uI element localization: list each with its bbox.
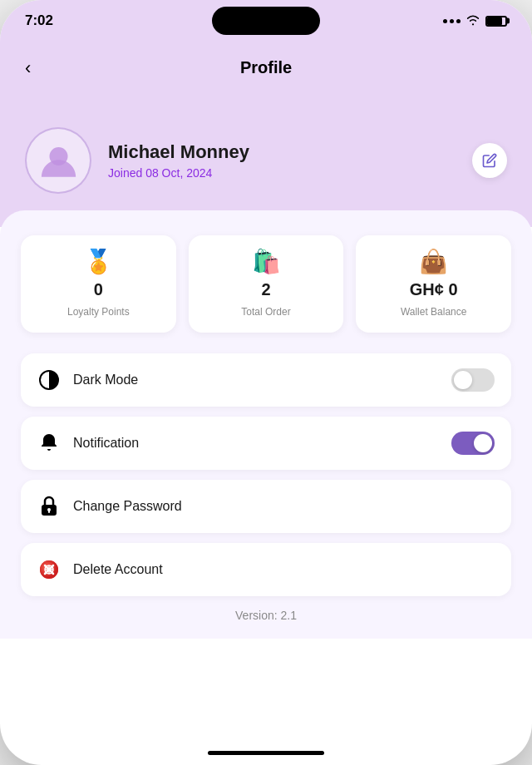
avatar [25,127,91,194]
version-text: Version: 2.1 [21,609,511,622]
dark-mode-toggle[interactable] [451,368,495,392]
avatar-icon [36,138,81,184]
stats-row: 🏅 0 Loyalty Points 🛍️ 2 Total Order 👜 GH… [21,235,511,333]
dark-mode-item[interactable]: Dark Mode [21,353,511,407]
wallet-value: GH¢ 0 [410,280,458,299]
back-button[interactable]: ‹ [25,57,31,79]
profile-joined-date: Joined 08 Oct, 2024 [108,166,456,180]
header-nav: ‹ Profile [25,50,507,86]
dot-3 [456,19,461,23]
page-title: Profile [240,58,292,77]
loyalty-value: 0 [94,280,103,299]
orders-icon: 🛍️ [252,250,281,274]
main-content: 🏅 0 Loyalty Points 🛍️ 2 Total Order 👜 GH… [0,210,532,639]
orders-label: Total Order [241,306,290,318]
wifi-icon [466,14,480,28]
orders-value: 2 [261,280,270,299]
stat-card-wallet: 👜 GH¢ 0 Wallet Balance [356,235,511,333]
stat-card-orders: 🛍️ 2 Total Order [189,235,344,333]
delete-account-item[interactable]: Delete Account [21,543,511,596]
profile-info: Michael Monney Joined 08 Oct, 2024 [108,141,456,180]
status-bar: 7:02 [0,0,532,42]
phone-frame: 7:02 ‹ Profile [0,0,532,765]
svg-rect-4 [48,511,50,513]
wallet-label: Wallet Balance [401,306,467,318]
edit-profile-button[interactable] [472,143,507,178]
profile-section: Michael Monney Joined 08 Oct, 2024 [0,111,532,227]
signal-dots [443,19,461,23]
loyalty-label: Loyalty Points [67,306,130,318]
change-password-label: Change Password [73,499,495,514]
change-password-item[interactable]: Change Password [21,480,511,533]
battery-icon [485,16,507,27]
notification-toggle[interactable] [451,432,495,455]
dot-1 [443,19,447,23]
notification-toggle-knob [474,434,492,452]
notification-icon [37,432,61,455]
dark-mode-label: Dark Mode [73,373,439,387]
loyalty-icon: 🏅 [84,250,113,274]
status-time: 7:02 [25,12,53,29]
delete-icon [37,558,61,581]
header: ‹ Profile [0,42,532,111]
stat-card-loyalty: 🏅 0 Loyalty Points [21,235,176,333]
dot-2 [450,19,454,23]
notification-label: Notification [73,436,439,451]
notch [212,7,320,35]
wallet-icon: 👜 [419,250,448,274]
profile-name: Michael Monney [108,141,456,163]
dark-mode-icon [37,368,61,392]
lock-icon [37,495,61,518]
notification-item[interactable]: Notification [21,417,511,470]
status-icons [443,14,507,28]
delete-account-label: Delete Account [73,562,495,577]
home-bar [208,751,324,755]
dark-mode-toggle-knob [454,371,472,389]
pencil-icon [482,153,497,168]
